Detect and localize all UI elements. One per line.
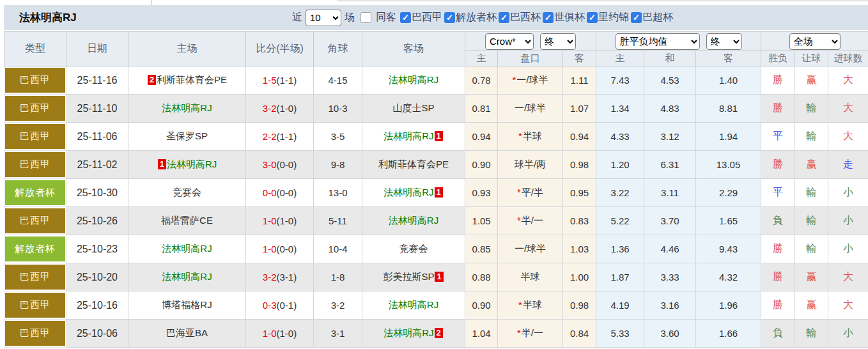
away-team: 法林明高RJ1: [362, 179, 465, 207]
result-handicap: 輸: [795, 95, 828, 123]
result-goals: 小: [828, 320, 868, 348]
avg-away-odds: 4.32: [696, 263, 761, 291]
handicap-line: 一/球半: [498, 235, 563, 263]
league-filter[interactable]: ✓巴超杯: [631, 11, 673, 24]
avg-away-odds: 2.29: [696, 179, 761, 207]
avg-home-odds: 1.87: [596, 263, 644, 291]
result-handicap: 輸: [795, 235, 828, 263]
home-team: 圣保罗SP: [128, 123, 246, 151]
league-filter[interactable]: ✓世俱杯: [543, 11, 585, 24]
result-wdl: 勝: [761, 95, 795, 123]
handicap-line: 球半/两: [498, 151, 563, 179]
checkbox-icon[interactable]: ✓: [400, 12, 411, 23]
result-goals: 小: [828, 179, 868, 207]
col-header-date: 日期: [66, 32, 128, 66]
league-filter[interactable]: ✓里约锦: [587, 11, 629, 24]
fulltime-score: 2-2: [263, 131, 277, 142]
star-icon: *: [518, 299, 522, 310]
avg-home-odds: 4.19: [596, 291, 644, 320]
team-name: 法林明高RJ: [384, 130, 433, 141]
col-header-score: 比分(半场): [246, 32, 314, 66]
divider: [337, 1, 868, 1]
checkbox-icon[interactable]: ✓: [587, 12, 598, 23]
result-goals: 大: [828, 95, 868, 123]
home-team: 巴海亚BA: [128, 320, 246, 348]
scope-controls: 全场: [761, 32, 868, 51]
result-handicap: 輸: [795, 123, 828, 151]
table-row: 巴西甲 25-10-06 巴海亚BA 1-0(1-0) 3-1 法林明高RJ2 …: [4, 320, 868, 348]
avg-away-odds: 1.94: [696, 123, 761, 151]
team-name: 竞赛会: [399, 243, 428, 254]
handicap-home-odds: 1.04: [465, 320, 498, 348]
avg-draw-odds: 3.60: [644, 320, 696, 348]
match-date: 25-10-30: [66, 179, 128, 207]
same-away-checkbox[interactable]: [360, 12, 371, 23]
result-handicap: 輸: [795, 320, 828, 348]
league-badge: 巴西甲: [5, 265, 65, 290]
result-handicap: 赢: [795, 291, 828, 320]
handicap-line: *半球: [498, 123, 563, 151]
handicap-away-odds: 1.00: [563, 263, 596, 291]
odds-company-select[interactable]: Crow*: [485, 33, 534, 50]
star-icon: *: [517, 187, 521, 198]
avg-away-odds: 1.96: [696, 291, 761, 320]
handicap-away-odds: 0.83: [563, 207, 596, 235]
checkbox-icon[interactable]: ✓: [444, 12, 455, 23]
league-badge: 巴西甲: [5, 96, 65, 121]
match-date: 25-11-06: [66, 123, 128, 151]
avg-home-odds: 5.33: [596, 320, 644, 348]
league-filter[interactable]: ✓解放者杯: [444, 11, 497, 24]
sub-header-avg-draw: 和: [644, 51, 696, 66]
odds-company-state-select[interactable]: 终: [540, 33, 576, 50]
team-name: 法林明高RJ: [384, 327, 433, 338]
home-team: 2利斯菲体育会PE: [128, 66, 246, 95]
score: 0-0(0-0): [246, 179, 314, 207]
league-badge: 巴西甲: [5, 321, 65, 346]
red-card-badge: 1: [435, 272, 443, 282]
handicap-line: 半球: [498, 263, 563, 291]
checkbox-icon[interactable]: ✓: [631, 12, 642, 23]
away-team: 山度士SP: [362, 95, 465, 123]
matches-label: 场: [345, 11, 355, 24]
halftime-score: (0-0): [277, 244, 297, 254]
league-badge: 解放者杯: [5, 180, 65, 205]
scope-select[interactable]: 全场: [789, 33, 841, 50]
team-name: 法林明高RJ: [384, 187, 433, 198]
red-card-badge: 1: [435, 187, 443, 198]
league-filter[interactable]: ✓巴西甲: [400, 11, 442, 24]
checkbox-icon[interactable]: ✓: [543, 12, 554, 23]
team-name: 法林明高RJ: [389, 74, 438, 85]
league-badge: 解放者杯: [5, 237, 65, 261]
home-team: 1法林明高RJ: [128, 151, 246, 179]
avg-away-odds: 9.43: [696, 235, 761, 263]
avg-odds-state-select[interactable]: 终: [706, 33, 742, 50]
recent-count-select[interactable]: 10: [306, 10, 341, 26]
handicap-home-odds: 0.85: [465, 235, 498, 263]
home-team: 法林明高RJ: [128, 263, 246, 291]
corner-score: 4-15: [314, 66, 362, 95]
match-date: 25-10-16: [66, 291, 128, 320]
team-name: 圣保罗SP: [166, 130, 208, 141]
result-wdl: 勝: [761, 291, 795, 320]
away-team: 法林明高RJ1: [362, 123, 465, 151]
result-wdl: 負: [761, 207, 795, 235]
league-filter-group: ✓巴西甲✓解放者杯✓巴西杯✓世俱杯✓里约锦✓巴超杯: [398, 11, 673, 24]
match-date: 25-10-26: [66, 207, 128, 235]
corner-score: 13-0: [314, 179, 362, 207]
sub-header-avg-away: 客: [696, 51, 761, 66]
handicap-odds-controls: Crow* 终: [465, 32, 596, 51]
sub-header-result-goals: 进球数: [828, 51, 868, 66]
result-wdl: 勝: [761, 151, 795, 179]
avg-odds-select[interactable]: 胜平负均值: [616, 33, 700, 50]
handicap-away-odds: 0.94: [563, 123, 596, 151]
handicap-line: *半/一: [498, 207, 563, 235]
league-filter[interactable]: ✓巴西杯: [499, 11, 541, 24]
team-name: 竞赛会: [173, 187, 201, 198]
avg-home-odds: 1.34: [596, 95, 644, 123]
corner-score: 3-5: [314, 123, 362, 151]
halftime-score: (1-0): [277, 215, 297, 226]
result-goals: 大: [828, 263, 868, 291]
checkbox-icon[interactable]: ✓: [499, 12, 509, 23]
result-wdl: 勝: [761, 263, 795, 291]
handicap-line: *半/一: [498, 320, 563, 348]
